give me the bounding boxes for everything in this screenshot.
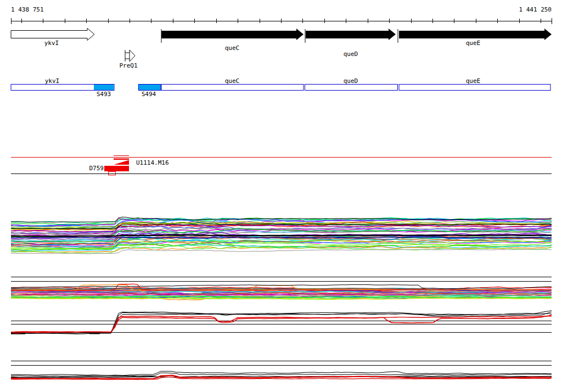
coordinate-ruler xyxy=(11,18,552,24)
gene-arrow-preq1[interactable] xyxy=(125,50,130,61)
signal-line xyxy=(11,315,552,332)
gene-arrow-queD[interactable] xyxy=(306,29,396,40)
segment-box-queC[interactable] xyxy=(161,85,304,91)
segment-track xyxy=(11,85,550,91)
probe-track xyxy=(11,156,552,176)
signal-track-all-samples xyxy=(11,217,552,254)
signal-track-group-2 xyxy=(11,277,552,300)
browser-graphics xyxy=(0,0,562,392)
segment-box-queD[interactable] xyxy=(305,85,398,91)
signal-line xyxy=(11,312,552,333)
signal-tracks xyxy=(11,217,552,379)
signal-track-group-3 xyxy=(11,311,552,334)
gene-arrow-ykvI[interactable] xyxy=(11,29,94,41)
probe-open-box[interactable] xyxy=(109,172,116,176)
segment-box-queE[interactable] xyxy=(399,85,550,91)
probe-d759-bar[interactable] xyxy=(104,166,129,171)
probe-u1114-bar[interactable] xyxy=(114,159,129,160)
gene-arrow-track xyxy=(11,29,552,62)
signal-track-group-4 xyxy=(11,361,552,380)
segment-highlight-s494[interactable] xyxy=(139,85,161,91)
gene-arrowhead-preq1[interactable] xyxy=(130,50,135,61)
genome-browser-view: { "ruler": { "start_label": "1 438 751",… xyxy=(0,0,562,392)
gene-arrow-queE[interactable] xyxy=(399,29,552,40)
probe-u1114-wedge[interactable] xyxy=(114,160,129,165)
gene-arrow-queC[interactable] xyxy=(161,29,304,40)
segment-highlight-s493[interactable] xyxy=(94,85,114,90)
